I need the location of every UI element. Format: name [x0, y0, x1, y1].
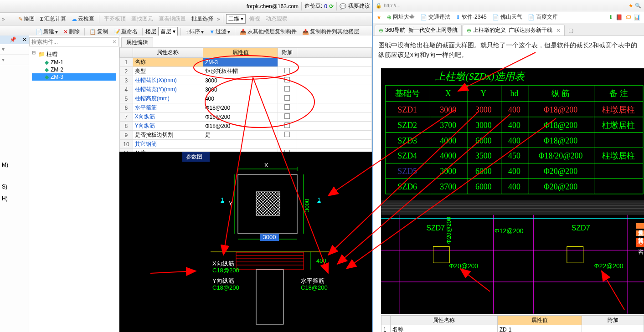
- chart-icon[interactable]: 📊: [634, 14, 640, 20]
- floor-select[interactable]: 首层 ▾: [158, 27, 178, 36]
- svg-text:Φ18@200: Φ18@200: [544, 105, 577, 114]
- dock-header: 📌 ✕: [0, 36, 29, 44]
- overlook-button[interactable]: 俯视: [247, 14, 262, 24]
- svg-text:柱墩居柱: 柱墩居柱: [602, 151, 635, 160]
- svg-text:400: 400: [508, 182, 520, 191]
- pin-icon[interactable]: 📌: [10, 36, 16, 43]
- prop-val[interactable]: ZD-1: [497, 325, 582, 332]
- sum-calc-button[interactable]: Σ 汇总计算: [38, 14, 68, 24]
- svg-text:SZD2: SZD2: [397, 121, 417, 130]
- fav-star-icon[interactable]: ★: [376, 14, 381, 20]
- svg-text:4000: 4000: [440, 151, 456, 160]
- rename-button[interactable]: 📝重命名: [112, 27, 139, 36]
- svg-rect-21: [256, 270, 283, 324]
- tree-item-zm1[interactable]: ◆ZM-1: [32, 59, 116, 66]
- fav-link-baidu[interactable]: 📄百度文库: [528, 13, 558, 21]
- sort-button[interactable]: ↕排序 ▾: [184, 27, 206, 36]
- svg-text:C18@200: C18@200: [212, 284, 239, 291]
- svg-text:3700: 3700: [440, 182, 456, 191]
- svg-text:上柱墩(SZDx)选用表: 上柱墩(SZDx)选用表: [435, 71, 525, 82]
- svg-text:3000: 3000: [263, 234, 276, 240]
- prop-row[interactable]: 9是否按板边切割是: [120, 131, 372, 140]
- svg-text:Φ20@200: Φ20@200: [449, 262, 478, 270]
- dock-item[interactable]: S): [0, 183, 29, 191]
- delete-button[interactable]: ✕删除: [62, 27, 82, 36]
- prop-row[interactable]: 7X向纵筋Φ18@200: [120, 112, 372, 122]
- lock-icon: 🔒: [376, 3, 382, 9]
- dock-dropdown[interactable]: ▾: [0, 55, 29, 65]
- copy-button[interactable]: 📋复制: [88, 27, 110, 36]
- close-icon[interactable]: ✕: [22, 36, 27, 43]
- credits-value: 0: [324, 3, 327, 10]
- view-rebar-button[interactable]: 查看钢筋量: [157, 14, 188, 24]
- new-button[interactable]: 📄新建 ▾: [34, 27, 60, 36]
- tree-root[interactable]: 📁 柱帽: [32, 50, 116, 59]
- svg-text:基础号: 基础号: [395, 89, 420, 98]
- svg-text:SZD3: SZD3: [397, 136, 417, 145]
- svg-text:Y: Y: [229, 200, 233, 207]
- prop-row[interactable]: 3柱帽截长(X)(mm)3000: [120, 76, 372, 85]
- chat-icon[interactable]: 💬: [340, 3, 346, 10]
- suggest-link[interactable]: 我要建议: [348, 2, 370, 10]
- right-bottom-table: 属性名称 属性值 附加 1 名称 ZD-1: [381, 315, 644, 332]
- fav-link-all[interactable]: ⊕网址大全: [387, 13, 415, 21]
- dock-item[interactable]: M): [0, 161, 29, 169]
- svg-text:Y: Y: [480, 89, 486, 98]
- col-prop-name: 属性名称: [133, 48, 203, 58]
- svg-text:Φ18@200: Φ18@200: [544, 136, 577, 145]
- filter-button[interactable]: ▼过滤 ▾: [207, 27, 232, 36]
- clear-icon[interactable]: ✕: [112, 39, 117, 45]
- tag-icon[interactable]: 🏷: [625, 14, 631, 20]
- tree-item-zm2[interactable]: ◆ZM-2: [32, 66, 116, 73]
- tab-question[interactable]: ⊕上柱墩的定义_广联达服务新干线 ✕: [463, 25, 565, 36]
- side-tab-feedback[interactable]: 意见反馈: [636, 223, 644, 229]
- prop-row[interactable]: 8Y向纵筋Φ18@200: [120, 122, 372, 131]
- browser-address-bar[interactable]: 🔒 http://... ★ 🔍: [373, 0, 644, 11]
- svg-text:3700: 3700: [440, 121, 456, 130]
- svg-text:4000: 4000: [440, 136, 456, 145]
- prop-row[interactable]: 4柱帽截宽(Y)(mm)3000: [120, 85, 372, 94]
- svg-text:Φ18/20@200: Φ18/20@200: [538, 151, 582, 160]
- prop-row[interactable]: 10其它钢筋: [120, 140, 372, 149]
- fav-link-2345[interactable]: ⬇软件-2345: [456, 13, 487, 21]
- svg-text:SZD4: SZD4: [397, 151, 417, 160]
- search-input[interactable]: ✕: [29, 37, 119, 46]
- prop-row[interactable]: 1名称ZM-3: [120, 58, 372, 67]
- flatten-top-button[interactable]: 平齐板顶: [102, 14, 128, 24]
- copy-from-other-button[interactable]: 📥从其他楼层复制构件: [238, 27, 299, 36]
- dyn-observe-button[interactable]: 动态观察: [264, 14, 289, 24]
- svg-text:纵  筋: 纵 筋: [551, 89, 570, 98]
- copy-to-other-button[interactable]: 📤复制构件到其他楼层: [300, 27, 361, 36]
- prop-row[interactable]: 5柱帽高度(mm)400: [120, 94, 372, 103]
- svg-text:3000: 3000: [440, 167, 456, 176]
- new-tab-button[interactable]: ▢: [566, 26, 576, 36]
- prop-row[interactable]: 6水平箍筋Φ18@200: [120, 103, 372, 112]
- col-name: 属性名称: [391, 316, 498, 325]
- svg-text:SZD5: SZD5: [397, 167, 417, 176]
- search-icon[interactable]: 🔍: [635, 3, 641, 9]
- floor-label: 楼层: [145, 28, 156, 36]
- question-text: 图纸中没有给出柱墩的截面大样图。就只给了一个这个表，但是软件的截长2和截宽个表中…: [373, 36, 644, 62]
- batch-select-button[interactable]: 批量选择: [190, 14, 215, 24]
- fav-link-foshan[interactable]: 📄佛山天气: [492, 13, 522, 21]
- side-tab-follow[interactable]: 关注我们: [636, 230, 644, 236]
- tab-close-icon[interactable]: ✕: [556, 27, 561, 34]
- dock-item[interactable]: H): [0, 194, 29, 203]
- book-icon[interactable]: 📕: [616, 14, 623, 20]
- draw-button[interactable]: ✎绘图: [16, 14, 36, 24]
- svg-text:SZD7: SZD7: [572, 224, 590, 232]
- property-tab[interactable]: 属性编辑: [121, 37, 153, 47]
- cloud-check-button[interactable]: ☁云检查: [70, 14, 96, 24]
- find-replace-button[interactable]: 查找图元: [129, 14, 155, 24]
- refresh-icon[interactable]: ⟳: [329, 3, 334, 10]
- side-tab-q[interactable]: Q咨: [636, 238, 644, 247]
- prop-row[interactable]: 2类型矩形托板柱帽: [120, 67, 372, 76]
- svg-text:X: X: [264, 162, 268, 169]
- tree-item-zm3[interactable]: ◆ZM-3: [32, 73, 116, 81]
- fav-link-traffic[interactable]: 📄交通违法: [420, 13, 450, 21]
- dl-icon[interactable]: ⬇: [608, 14, 613, 20]
- star-icon[interactable]: ★: [629, 3, 633, 9]
- view-2d-select[interactable]: 二维 ▾: [226, 14, 246, 24]
- tab-360nav[interactable]: ⊕360导航_新一代安全上网导航: [375, 25, 462, 36]
- dock-dropdown[interactable]: ▾: [0, 44, 29, 55]
